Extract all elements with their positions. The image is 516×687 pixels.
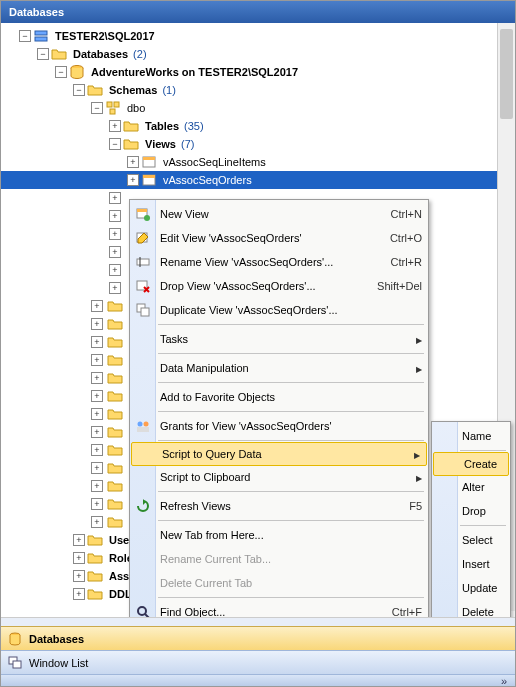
node-label: TESTER2\SQL2017 [53, 29, 157, 43]
expand-icon[interactable] [109, 192, 121, 204]
menu-script-to-query-data[interactable]: Script to Query Data [131, 442, 427, 466]
expand-icon[interactable] [109, 120, 121, 132]
tab-databases[interactable]: Databases [1, 626, 515, 650]
expand-icon[interactable] [91, 372, 103, 384]
expand-icon[interactable] [73, 588, 85, 600]
tree-node-database[interactable]: AdventureWorks on TESTER2\SQL2017 [1, 63, 515, 81]
node-label: Databases (2) [71, 47, 149, 61]
menu-duplicate-view[interactable]: Duplicate View 'vAssocSeqOrders'... [130, 298, 428, 322]
context-menu: New View Ctrl+N Edit View 'vAssocSeqOrde… [129, 199, 429, 627]
menu-label: Script to Query Data [162, 448, 262, 460]
expand-icon[interactable] [91, 354, 103, 366]
tree-node-view-item[interactable]: vAssocSeqLineItems [1, 153, 515, 171]
menu-refresh-views[interactable]: Refresh Views F5 [130, 494, 428, 518]
collapse-icon[interactable] [73, 84, 85, 96]
expand-icon[interactable] [109, 282, 121, 294]
expand-icon[interactable] [91, 300, 103, 312]
expand-icon[interactable] [91, 318, 103, 330]
expand-icon[interactable] [127, 174, 139, 186]
menu-edit-view[interactable]: Edit View 'vAssocSeqOrders' Ctrl+O [130, 226, 428, 250]
menu-shortcut: Ctrl+R [391, 256, 422, 268]
expand-icon[interactable] [91, 462, 103, 474]
submenu-select[interactable]: Select [432, 528, 510, 552]
scroll-thumb[interactable] [500, 29, 513, 119]
menu-new-view[interactable]: New View Ctrl+N [130, 202, 428, 226]
node-label: Tables (35) [143, 119, 206, 133]
svg-rect-5 [110, 109, 115, 114]
menu-label: Rename Current Tab... [160, 553, 271, 565]
tree-node-schemas[interactable]: Schemas (1) [1, 81, 515, 99]
tree-node-schema-dbo[interactable]: dbo [1, 99, 515, 117]
tree-node-tables[interactable]: Tables (35) [1, 117, 515, 135]
tab-label: Databases [29, 633, 84, 645]
submenu-name[interactable]: Name [432, 424, 510, 448]
collapse-icon[interactable] [109, 138, 121, 150]
menu-script-to-clipboard[interactable]: Script to Clipboard [130, 465, 428, 489]
svg-point-21 [138, 607, 146, 615]
expand-icon[interactable] [109, 246, 121, 258]
tab-window-list[interactable]: Window List [1, 650, 515, 674]
expand-icon[interactable] [127, 156, 139, 168]
svg-rect-1 [35, 37, 47, 41]
expand-icon[interactable] [91, 336, 103, 348]
submenu-drop[interactable]: Drop [432, 499, 510, 523]
submenu-arrow-icon [416, 333, 422, 345]
tree-node-view-selected[interactable]: vAssocSeqOrders [1, 171, 515, 189]
tree-node-databases[interactable]: Databases (2) [1, 45, 515, 63]
expand-icon[interactable] [73, 570, 85, 582]
collapse-icon[interactable] [19, 30, 31, 42]
menu-data-manipulation[interactable]: Data Manipulation [130, 356, 428, 380]
folder-icon [87, 532, 103, 548]
menu-new-tab[interactable]: New Tab from Here... [130, 523, 428, 547]
expand-icon[interactable] [91, 444, 103, 456]
menu-grants[interactable]: Grants for View 'vAssocSeqOrders' [130, 414, 428, 438]
submenu-arrow-icon [414, 448, 420, 460]
expand-icon[interactable] [91, 480, 103, 492]
svg-point-19 [144, 422, 149, 427]
menu-shortcut: Ctrl+N [391, 208, 422, 220]
menu-label: New Tab from Here... [160, 529, 264, 541]
expand-icon[interactable] [73, 552, 85, 564]
expand-icon[interactable] [73, 534, 85, 546]
tree-node-server[interactable]: TESTER2\SQL2017 [1, 27, 515, 45]
grants-icon [135, 418, 151, 434]
expand-icon[interactable] [91, 426, 103, 438]
folder-icon [107, 388, 123, 404]
expand-strip[interactable]: » [1, 674, 515, 686]
folder-icon [107, 478, 123, 494]
svg-point-18 [138, 422, 143, 427]
folder-icon [87, 568, 103, 584]
menu-label: Drop View 'vAssocSeqOrders'... [160, 280, 316, 292]
menu-drop-view[interactable]: Drop View 'vAssocSeqOrders'... Shift+Del [130, 274, 428, 298]
submenu-alter[interactable]: Alter [432, 475, 510, 499]
expand-icon[interactable] [91, 390, 103, 402]
menu-add-favorite[interactable]: Add to Favorite Objects [130, 385, 428, 409]
expand-icon[interactable] [91, 498, 103, 510]
expand-icon[interactable] [91, 516, 103, 528]
tree-node-views[interactable]: Views (7) [1, 135, 515, 153]
menu-tasks[interactable]: Tasks [130, 327, 428, 351]
expand-icon[interactable] [109, 210, 121, 222]
context-submenu: Name Create Alter Drop Select Insert Upd… [431, 421, 511, 627]
submenu-insert[interactable]: Insert [432, 552, 510, 576]
svg-rect-14 [137, 259, 149, 265]
expand-icon[interactable] [109, 264, 121, 276]
submenu-create[interactable]: Create [433, 452, 509, 476]
resize-grip[interactable] [1, 617, 515, 626]
folder-icon [123, 118, 139, 134]
svg-rect-11 [137, 209, 147, 212]
rename-icon [135, 254, 151, 270]
bottom-panel: Databases Window List » [1, 617, 515, 686]
view-icon [141, 154, 157, 170]
submenu-update[interactable]: Update [432, 576, 510, 600]
collapse-icon[interactable] [55, 66, 67, 78]
collapse-icon[interactable] [91, 102, 103, 114]
collapse-icon[interactable] [37, 48, 49, 60]
tab-label: Window List [29, 657, 88, 669]
svg-point-12 [144, 215, 150, 221]
expand-icon[interactable] [91, 408, 103, 420]
folder-icon [87, 586, 103, 602]
menu-rename-view[interactable]: Rename View 'vAssocSeqOrders'... Ctrl+R [130, 250, 428, 274]
menu-delete-tab: Delete Current Tab [130, 571, 428, 595]
expand-icon[interactable] [109, 228, 121, 240]
